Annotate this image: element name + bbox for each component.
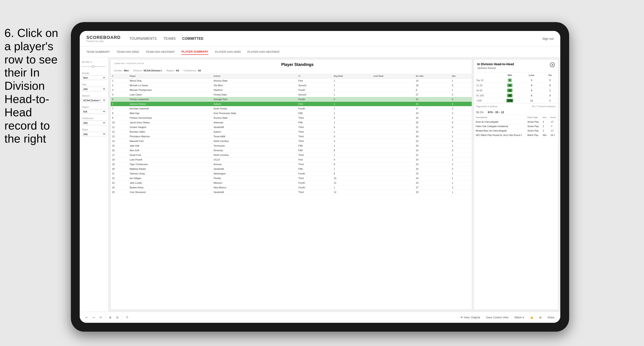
row-conf-rank — [372, 185, 414, 190]
row-win: 2 — [451, 92, 472, 97]
redo-button[interactable]: ↪ — [91, 315, 96, 320]
h2h-close-button[interactable]: ✕ — [550, 62, 555, 67]
row-yr: Fourth — [297, 97, 332, 102]
share-button[interactable]: Share — [546, 315, 556, 320]
no-rds-label: No Rds. 6 — [82, 61, 106, 63]
filter-gender-section: Gender Men ▾ — [82, 72, 106, 80]
tourney-score: -17 — [548, 129, 558, 133]
row-school: Ole Miss — [212, 83, 297, 88]
table-row[interactable]: 24 Bastien Amat New Mexico Fourth 1 27 2 — [111, 185, 472, 190]
table-row[interactable]: 4 Luke Claton Florida State Second 1 27 … — [111, 92, 472, 97]
row-yr: Third — [297, 176, 332, 181]
col-school: School — [212, 74, 297, 78]
col-win: Win — [451, 74, 472, 78]
row-player: Ian Gilligan — [128, 176, 212, 181]
table-row[interactable]: 21 Taehoon Song Washington Fourth 6 23 1 — [111, 171, 472, 176]
table-row[interactable]: 25 Cole Sherwood Vanderbilt Third 12 23 … — [111, 190, 472, 194]
row-yr: Third — [297, 130, 332, 134]
tourney-name: Fallon Oak Collegiate Invitational — [474, 124, 526, 129]
table-row[interactable]: 10 Jacob Hoos Okewo Arkansas Fifth 1 25 … — [111, 120, 472, 125]
sub-nav-player-h2h-grid[interactable]: PLAYER H2H GRID — [215, 49, 241, 55]
row-no-rds: 23 — [414, 139, 451, 144]
instruction-text: 6. Click on a player's row to see their … — [0, 26, 69, 146]
table-row[interactable]: 22 Ian Gilligan Florida Third 10 24 1 — [111, 176, 472, 181]
grid-button[interactable]: ⊞ — [538, 315, 543, 320]
filter-player-dropdown[interactable]: (All) ▾ — [82, 132, 106, 136]
row-win: 2 — [451, 162, 472, 167]
filter-gender-dropdown[interactable]: Men ▾ — [82, 75, 106, 80]
table-row[interactable]: 8 Mats Ege East Tennessee State Fifth 1 … — [111, 111, 472, 116]
filter-region-dropdown[interactable]: N/A ▾ — [82, 109, 106, 114]
row-no-rds: 21 — [414, 125, 451, 130]
table-row[interactable]: 17 David Ford North Carolina Third 1 21 … — [111, 153, 472, 158]
table-row[interactable]: 9 Preston Summerhays Arizona State Third… — [111, 116, 472, 120]
col-player: Player — [128, 74, 212, 78]
table-row[interactable]: 11 Gordon Sargent Vanderbilt Third 4 21 … — [111, 125, 472, 130]
row-no-rds: 23 — [414, 190, 451, 194]
table-row[interactable]: 14 Maxwell Ford North Carolina Third 3 2… — [111, 139, 472, 144]
table-row[interactable]: 16 Alex Goff Kentucky Fifth 8 19 0 — [111, 148, 472, 153]
h2h-col-win: Win — [498, 72, 521, 78]
row-yr: Fifth — [297, 148, 332, 153]
nav-teams[interactable]: TEAMS — [164, 36, 176, 42]
row-no-rds: 23 — [414, 171, 451, 176]
tournament-row: Amer Ari Intercollegiate Stroke Play 4 -… — [474, 120, 558, 124]
undo-button[interactable]: ↩ — [84, 315, 89, 320]
table-row[interactable]: 23 Jack Lundin Missouri Fourth 11 24 1 — [111, 181, 472, 185]
row-num: 16 — [111, 148, 128, 153]
row-win: 0 — [451, 125, 472, 130]
table-row[interactable]: 18 Luke Powell UCLA First 4 24 1 — [111, 158, 472, 162]
copy-button[interactable]: ⊞ — [108, 315, 113, 320]
table-row[interactable]: 7 Nicholas Gabrelcik North Florida Fourt… — [111, 106, 472, 111]
watch-button[interactable]: Watch ▾ — [513, 315, 525, 320]
clock-button[interactable]: ⏱ — [124, 315, 130, 320]
save-custom-button[interactable]: Save Custom View — [485, 315, 510, 320]
row-conf-rank — [372, 83, 414, 88]
sub-nav-team-summary[interactable]: TEAM SUMMARY — [86, 49, 110, 55]
row-conf-rank — [372, 134, 414, 139]
nav-sign-out[interactable]: Sign out — [542, 37, 554, 40]
h2h-row: 26-50 22 4 1 — [474, 88, 558, 93]
table-row[interactable]: 15 Jake Hall Tennessee Fifth 1 24 1 — [111, 144, 472, 148]
table-row[interactable]: 12 Brendan Valles Auburn Third 1 24 1 — [111, 130, 472, 134]
h2h-win-cell: 46 — [498, 93, 521, 98]
redo2-button[interactable]: ⟳ — [98, 315, 103, 320]
row-num: 5 — [111, 97, 128, 102]
h2h-tie-cell: 2 — [542, 78, 558, 83]
table-row[interactable]: 20 Matthew Riedel Vanderbilt Fifth 1 24 … — [111, 167, 472, 171]
table-row[interactable]: 13 Phichakun Maichon Texas A&M Third 6 3… — [111, 134, 472, 139]
sub-nav-player-h2h-heatmap[interactable]: PLAYER H2H HEATMAP — [247, 49, 280, 55]
view-original-button[interactable]: 👁 View: Original — [459, 315, 482, 320]
row-school: North Carolina — [212, 139, 297, 144]
row-player: Wenyi Ding — [128, 78, 212, 83]
row-yr: Fifth — [297, 120, 332, 125]
paste-button[interactable]: ⊟ — [115, 315, 120, 320]
h2h-tie-cell: 1 — [542, 88, 558, 93]
row-school: North Carolina — [212, 153, 297, 158]
filter-division-dropdown[interactable]: NCAA Division I ▾ — [82, 98, 106, 103]
table-row[interactable]: 5 Christo Lamprecht Georgia Tech Fourth … — [111, 97, 472, 102]
filter-year-dropdown[interactable]: (All) ▾ — [82, 87, 106, 91]
standings-table-container: # Player School Yr Reg Rank Conf Rank No… — [111, 74, 472, 310]
h2h-opponents-row: Opponents in division: W-L-T record in-d… — [474, 103, 558, 109]
table-row[interactable]: 1 Wenyi Ding Arizona State First 1 14 1 — [111, 78, 472, 83]
row-player: Jackson Koivun — [128, 102, 212, 106]
sub-nav-team-h2h-grid[interactable]: TEAM H2H GRID — [116, 49, 139, 55]
table-row[interactable]: 2 Michael La Sasse Ole Miss Second 1 18 … — [111, 83, 472, 88]
thumbs-up-button[interactable]: 👍 — [528, 315, 534, 320]
filter-conference-dropdown[interactable]: (All) ▾ — [82, 121, 106, 125]
h2h-title: In Division Head-to-Head — [477, 62, 514, 66]
h2h-player-name: Jackson Koivun — [477, 67, 514, 70]
sub-nav-player-summary[interactable]: PLAYER SUMMARY — [181, 49, 208, 55]
sub-nav-team-h2h-heatmap[interactable]: TEAM H2H HEATMAP — [146, 49, 175, 55]
row-num: 8 — [111, 111, 128, 116]
table-row[interactable]: 19 Tiger Christensen Arizona Third 8 23 … — [111, 162, 472, 167]
nav-committee[interactable]: COMMITTEE — [182, 36, 204, 42]
row-reg-rank: 8 — [332, 148, 372, 153]
table-row[interactable]: 6 Jackson Koivun Auburn First 1 21 2 — [111, 102, 472, 106]
no-rds-slider[interactable] — [82, 64, 106, 69]
nav-tournaments[interactable]: TOURNAMENTS — [129, 36, 156, 42]
table-row[interactable]: 3 Michael Thorbjornsen Stanford Fourth 1… — [111, 88, 472, 92]
row-no-rds: 24 — [414, 181, 451, 185]
tourney-score: -7 — [548, 124, 558, 129]
